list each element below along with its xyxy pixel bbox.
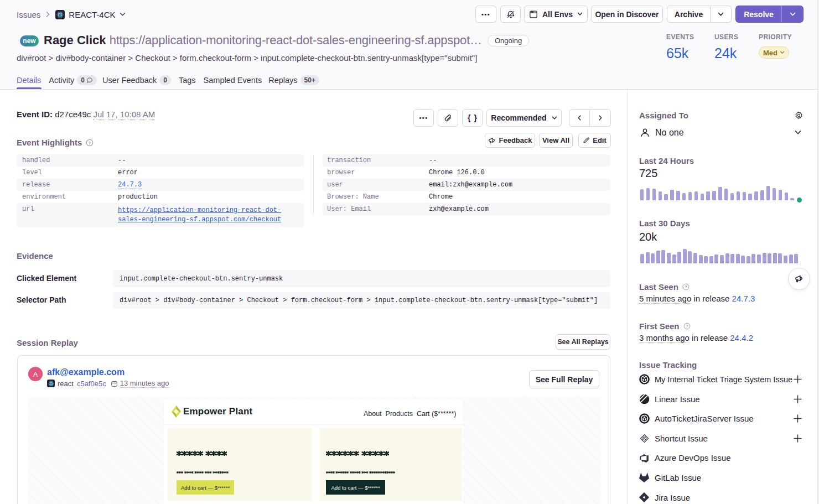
svg-text:?: ?	[89, 140, 91, 145]
svg-text:?: ?	[685, 284, 687, 289]
svg-text:?: ?	[686, 324, 688, 329]
